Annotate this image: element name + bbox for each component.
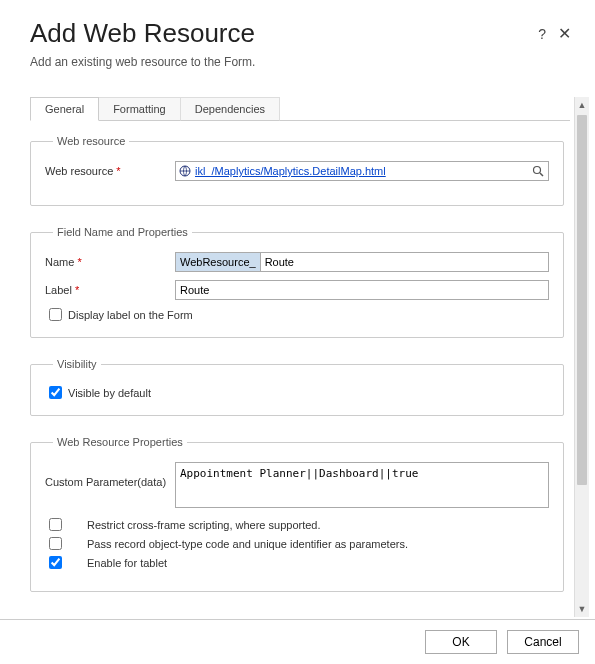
svg-point-2 [534,167,541,174]
visible-default-text: Visible by default [68,387,151,399]
fieldset-field-props: Field Name and Properties Name WebResour… [30,226,564,338]
fieldset-visibility: Visibility Visible by default [30,358,564,416]
label-input[interactable] [175,280,549,300]
legend-field-props: Field Name and Properties [53,226,192,238]
enable-tablet-text: Enable for tablet [87,557,167,569]
label-label: Label [45,284,175,296]
scroll-down-arrow-icon[interactable]: ▼ [575,601,589,617]
vertical-scrollbar[interactable]: ▲ ▼ [574,97,589,617]
restrict-xframe-text: Restrict cross-frame scripting, where su… [87,519,321,531]
lookup-search-icon[interactable] [530,163,546,179]
web-resource-lookup[interactable]: ikl_/Maplytics/Maplytics.DetailMap.html [175,161,549,181]
pass-record-text: Pass record object-type code and unique … [87,538,408,550]
display-label-checkbox[interactable] [49,308,62,321]
tab-general[interactable]: General [30,97,99,121]
legend-visibility: Visibility [53,358,101,370]
custom-param-input[interactable] [175,462,549,508]
fieldset-wr-props: Web Resource Properties Custom Parameter… [30,436,564,592]
scroll-up-arrow-icon[interactable]: ▲ [575,97,589,113]
dialog-title: Add Web Resource [30,18,255,49]
pass-record-checkbox[interactable] [49,537,62,550]
restrict-xframe-checkbox[interactable] [49,518,62,531]
web-resource-value: ikl_/Maplytics/Maplytics.DetailMap.html [195,165,530,177]
globe-icon [178,164,192,178]
tab-formatting[interactable]: Formatting [99,97,181,121]
tab-strip: General Formatting Dependencies [30,97,570,121]
cancel-button[interactable]: Cancel [507,630,579,654]
display-label-text: Display label on the Form [68,309,193,321]
label-web-resource: Web resource [45,165,175,177]
fieldset-web-resource: Web resource Web resource ikl_/Maplytics… [30,135,564,206]
svg-line-3 [540,173,543,176]
legend-web-resource: Web resource [53,135,129,147]
name-input[interactable] [261,253,548,271]
legend-wr-props: Web Resource Properties [53,436,187,448]
label-name: Name [45,256,175,268]
name-prefix: WebResource_ [176,253,261,271]
ok-button[interactable]: OK [425,630,497,654]
enable-tablet-checkbox[interactable] [49,556,62,569]
visible-default-checkbox[interactable] [49,386,62,399]
help-icon[interactable]: ? [538,26,546,42]
tab-dependencies[interactable]: Dependencies [181,97,280,121]
dialog-subtitle: Add an existing web resource to the Form… [30,55,571,69]
close-icon[interactable]: ✕ [558,24,571,43]
scrollbar-thumb[interactable] [577,115,587,485]
label-custom-param: Custom Parameter(data) [45,462,175,488]
